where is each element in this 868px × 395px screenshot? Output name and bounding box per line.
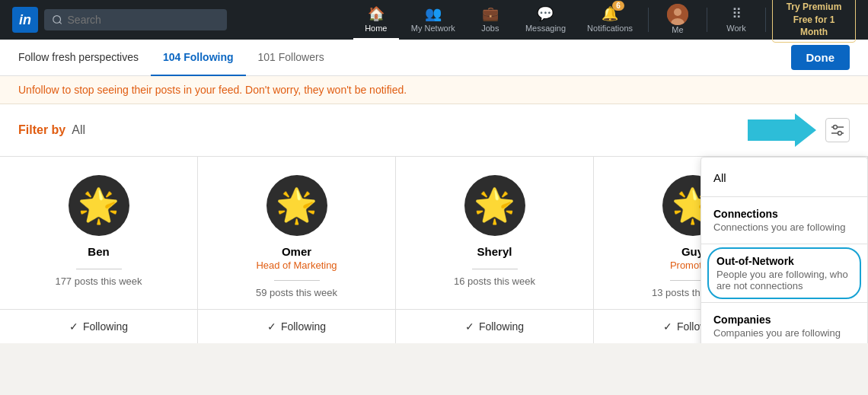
- nav-item-notifications[interactable]: 🔔 6 Notifications: [578, 0, 642, 40]
- avatar-omer: 🌟: [266, 175, 327, 236]
- following-btn-sheryl[interactable]: ✓ Following: [396, 310, 594, 343]
- card-posts-sheryl: 16 posts this week: [454, 276, 535, 287]
- notification-badge: 6: [612, 1, 624, 11]
- info-banner: Unfollow to stop seeing their posts in y…: [0, 76, 868, 104]
- following-btn-ben[interactable]: ✓ Following: [0, 310, 198, 343]
- following-btn-omer[interactable]: ✓ Following: [198, 310, 396, 343]
- navbar: in 🏠 Home 👥 My Network 💼 Jobs 💬 Messagin…: [0, 0, 868, 40]
- card-ben: 🌟 Ben 177 posts this week: [0, 157, 198, 309]
- filter-right: [748, 113, 850, 147]
- card-divider-sheryl: [472, 269, 518, 269]
- nav-item-work[interactable]: ⠿ Work: [713, 0, 759, 40]
- dropdown-divider-1: [701, 196, 867, 197]
- jobs-icon: 💼: [482, 5, 499, 22]
- filter-sliders-icon: [831, 124, 844, 136]
- tabs-bar: Follow fresh perspectives 104 Following …: [0, 40, 868, 76]
- card-sheryl: 🌟 Sheryl 16 posts this week: [396, 157, 594, 309]
- notifications-icon: 🔔 6: [602, 5, 618, 22]
- filter-dropdown: All Connections Connections you are foll…: [700, 157, 868, 343]
- dropdown-item-companies[interactable]: Companies Companies you are following: [701, 306, 867, 343]
- linkedin-logo[interactable]: in: [12, 7, 38, 33]
- avatar-sheryl: 🌟: [464, 175, 525, 236]
- tab-followers[interactable]: 101 Followers: [246, 40, 337, 76]
- svg-point-9: [838, 132, 842, 135]
- svg-point-8: [834, 126, 838, 129]
- card-name-ben: Ben: [88, 245, 109, 258]
- search-input[interactable]: [68, 14, 219, 26]
- nav-item-network[interactable]: 👥 My Network: [402, 0, 464, 40]
- card-name-sheryl: Sheryl: [477, 245, 512, 258]
- card-posts-ben: 177 posts this week: [55, 276, 142, 287]
- premium-button[interactable]: Try Premium Free for 1 Month: [772, 0, 856, 43]
- card-omer: 🌟 Omer Head of Marketing 59 posts this w…: [198, 157, 396, 309]
- avatar-ben: 🌟: [69, 175, 129, 236]
- done-button[interactable]: Done: [791, 45, 850, 70]
- checkmark-ben: ✓: [69, 320, 78, 333]
- filter-label: Filter by All: [18, 123, 85, 137]
- cyan-arrow: [748, 113, 816, 147]
- search-icon: [52, 14, 63, 26]
- dropdown-item-all[interactable]: All: [701, 164, 867, 193]
- search-box[interactable]: [44, 9, 227, 30]
- network-icon: 👥: [425, 5, 442, 22]
- checkmark-omer: ✓: [267, 320, 276, 333]
- filter-row: Filter by All: [0, 104, 868, 157]
- svg-point-3: [674, 8, 681, 16]
- cards-container: 🌟 Ben 177 posts this week 🌟 Omer Head of…: [0, 157, 868, 343]
- dropdown-divider-2: [701, 244, 867, 244]
- nav-item-me[interactable]: Me: [655, 0, 700, 40]
- nav-items: 🏠 Home 👥 My Network 💼 Jobs 💬 Messaging 🔔…: [353, 0, 856, 43]
- avatar: [667, 4, 688, 25]
- nav-divider: [648, 8, 649, 32]
- card-posts-omer: 59 posts this week: [256, 287, 337, 298]
- svg-line-1: [59, 22, 62, 24]
- tab-static-label: Follow fresh perspectives: [18, 40, 151, 76]
- card-title-omer: Head of Marketing: [256, 260, 337, 271]
- checkmark-sheryl: ✓: [465, 320, 474, 333]
- dropdown-divider-3: [701, 302, 867, 303]
- svg-point-0: [53, 16, 61, 24]
- nav-divider-3: [765, 8, 766, 32]
- work-icon: ⠿: [732, 5, 742, 22]
- tab-following[interactable]: 104 Following: [151, 40, 246, 76]
- nav-item-messaging[interactable]: 💬 Messaging: [516, 0, 575, 40]
- card-name-omer: Omer: [282, 245, 311, 258]
- nav-item-jobs[interactable]: 💼 Jobs: [468, 0, 513, 40]
- nav-divider-2: [707, 8, 707, 32]
- home-icon: 🏠: [368, 5, 385, 22]
- nav-item-home[interactable]: 🏠 Home: [353, 0, 399, 40]
- card-divider-omer: [274, 280, 320, 281]
- dropdown-item-connections[interactable]: Connections Connections you are followin…: [701, 200, 867, 241]
- filter-icon-button[interactable]: [825, 118, 850, 142]
- svg-marker-5: [748, 113, 816, 147]
- dropdown-item-out-of-network[interactable]: Out-of-Network People you are following,…: [707, 247, 861, 299]
- card-divider-ben: [76, 269, 122, 269]
- checkmark-guy: ✓: [663, 320, 672, 333]
- messaging-icon: 💬: [537, 5, 554, 22]
